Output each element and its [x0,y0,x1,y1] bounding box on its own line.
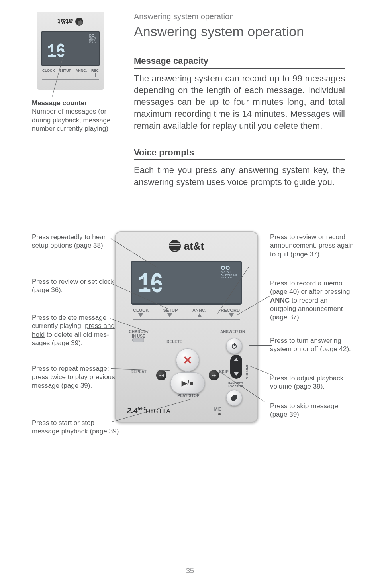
callout-annc: Press to review or record announcement, … [270,233,354,258]
section-rule-1 [134,68,345,69]
lcd-screen: OO DIGITAL ANSWERING SYSTEM 16 [131,261,242,305]
repeat-button[interactable]: ◂◂ [156,370,166,380]
mini-ticks [42,73,99,80]
mini-label-rec: REC [91,69,99,73]
mini-button-labels: CLOCK SETUP ANNC. REC [42,69,99,73]
forward-icon: ▸▸ [212,372,216,378]
mini-label-annc: ANNC. [76,69,87,73]
power-icon [231,342,238,350]
rewind-icon: ◂◂ [159,372,164,378]
mini-caption-body: Number of messages (or during playback, … [32,108,111,132]
volume-up-icon [234,358,239,361]
mini-caption: Message counter Number of messages (or d… [32,99,119,133]
label-repeat: REPEAT [127,370,151,374]
page-number: 35 [0,567,380,575]
tape-icon: OO DIGITAL ANSWERING SYSTEM [221,265,237,279]
section-body: Each time you press any answering system… [134,164,345,188]
att-logo-small: at&t [37,12,104,31]
globe-icon [75,18,83,26]
callout-play: Press to start or stop message playback … [32,419,123,436]
charge-led [132,338,144,342]
top-button-pointers [133,313,240,320]
mini-caption-title: Message counter [32,99,87,107]
label-delete: DELETE [163,340,186,344]
att-wordmark: at&t [58,17,73,26]
callout-volume: Press to adjust play­back volume (page 3… [270,374,354,391]
tape-icon: OO DIGITA ANSW SYSTE [89,33,96,43]
mini-label-clock: CLOCK [42,69,55,73]
annc-button[interactable] [197,313,202,317]
att-logo: at&t [115,231,258,261]
play-stop-icon: ▶/■ [182,379,194,387]
callout-repeat: Press to repeat mes­sage; press twice to… [32,364,116,390]
clock-button[interactable] [138,313,143,317]
leader-line [249,345,272,346]
msg-count: 16 [138,269,162,301]
section-message-capacity: Message capacity The answering system ca… [134,56,345,132]
mini-label-setup: SETUP [59,69,71,73]
callout-skip: Press to skip message (page 39). [270,402,354,419]
callout-setup: Press repeatedly to hear setup options (… [32,233,116,250]
callout-record: Press to record a memo (page 40) or afte… [270,279,354,321]
section-body: The answering system can record up to 99… [134,73,345,132]
label-clock: CLOCK [133,308,149,313]
callout-answer: Press to turn answer­ing system on or of… [270,336,354,354]
skip-button[interactable]: ▸▸ [209,370,219,380]
breadcrumb: Answering system operation [134,12,234,21]
record-button[interactable] [229,313,234,317]
callout-clock: Press to review or set clock (page 36). [32,277,116,295]
callout-delete: Press to delete mes­sage currently play­… [32,313,116,347]
play-stop-button[interactable]: ▶/■ [170,372,205,394]
label-setup: SETUP [163,308,178,313]
globe-icon [169,240,181,252]
volume-rocker[interactable] [230,355,242,379]
page-title: Answering system operation [134,24,304,39]
delete-button[interactable] [176,348,199,372]
setup-button[interactable] [167,313,172,317]
answering-system-base: at&t OO DIGITAL ANSWERING SYSTEM 16 CLOC… [115,231,258,423]
svg-rect-1 [234,343,235,346]
handset-icon [230,393,238,402]
handset-locator-button[interactable] [226,390,242,406]
section-title: Voice prompts [134,147,345,158]
answer-on-button[interactable] [226,338,242,354]
label-mic: MIC [212,407,224,412]
section-rule-2 [134,159,345,160]
label-annc: ANNC. [192,308,206,313]
mini-device: at&t OO DIGITA ANSW SYSTE 16 CLOCK SETUP… [37,12,104,90]
volume-down-icon [234,372,239,376]
att-wordmark: at&t [184,240,204,252]
microphone [218,413,221,415]
label-record: RECORD [221,308,240,313]
label-play-stop: PLAY/STOP [172,394,204,398]
section-voice-prompts: Voice prompts Each time you press any an… [134,147,345,188]
label-answer-on: ANSWER ON [217,330,249,334]
top-button-labels: CLOCK SETUP ANNC. RECORD [133,308,240,313]
mini-lcd: OO DIGITA ANSW SYSTE 16 [41,31,100,66]
label-volume: VOLUME [245,364,249,379]
section-title: Message capacity [134,56,345,66]
